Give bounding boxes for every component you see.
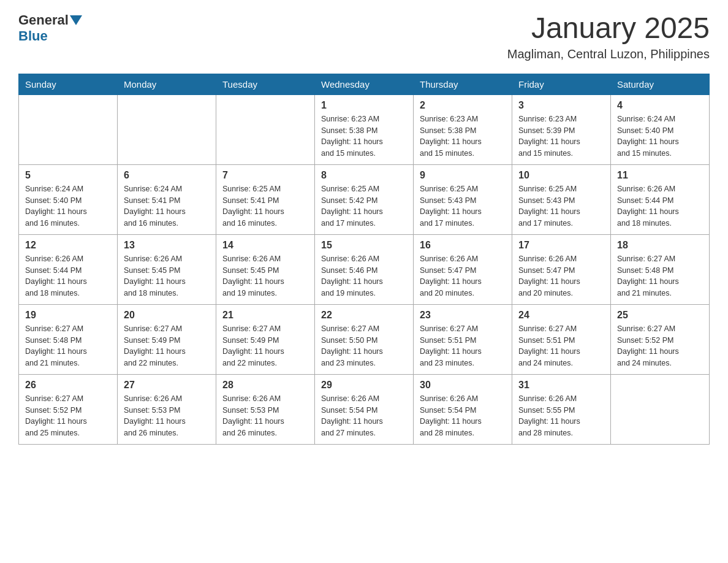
day-number: 20: [124, 310, 210, 321]
calendar-cell: 22Sunrise: 6:27 AMSunset: 5:50 PMDayligh…: [315, 304, 414, 374]
calendar-cell: 19Sunrise: 6:27 AMSunset: 5:48 PMDayligh…: [19, 304, 118, 374]
calendar-cell: 15Sunrise: 6:26 AMSunset: 5:46 PMDayligh…: [315, 234, 414, 304]
weekday-header-tuesday: Tuesday: [216, 74, 315, 94]
day-number: 21: [222, 310, 308, 321]
day-number: 23: [420, 310, 506, 321]
page-header: General Blue January 2025 Magliman, Cent…: [18, 12, 710, 61]
day-number: 31: [518, 380, 604, 391]
location-title: Magliman, Central Luzon, Philippines: [507, 47, 710, 61]
day-info: Sunrise: 6:27 AMSunset: 5:48 PMDaylight:…: [617, 253, 703, 299]
weekday-header-saturday: Saturday: [611, 74, 710, 94]
day-info: Sunrise: 6:26 AMSunset: 5:54 PMDaylight:…: [321, 393, 407, 439]
day-number: 6: [124, 170, 210, 181]
calendar-cell: 21Sunrise: 6:27 AMSunset: 5:49 PMDayligh…: [216, 304, 315, 374]
day-info: Sunrise: 6:26 AMSunset: 5:44 PMDaylight:…: [25, 253, 111, 299]
day-info: Sunrise: 6:27 AMSunset: 5:51 PMDaylight:…: [420, 323, 506, 369]
day-number: 29: [321, 380, 407, 391]
day-number: 27: [124, 380, 210, 391]
calendar-week-row: 26Sunrise: 6:27 AMSunset: 5:52 PMDayligh…: [19, 374, 710, 444]
logo-general-text: General: [18, 12, 69, 28]
calendar-cell: [19, 94, 118, 164]
calendar-cell: 3Sunrise: 6:23 AMSunset: 5:39 PMDaylight…: [512, 94, 611, 164]
calendar-cell: 16Sunrise: 6:26 AMSunset: 5:47 PMDayligh…: [414, 234, 512, 304]
day-info: Sunrise: 6:26 AMSunset: 5:44 PMDaylight:…: [617, 183, 703, 229]
calendar-cell: [216, 94, 315, 164]
day-info: Sunrise: 6:26 AMSunset: 5:46 PMDaylight:…: [321, 253, 407, 299]
calendar-cell: 30Sunrise: 6:26 AMSunset: 5:54 PMDayligh…: [414, 374, 512, 444]
weekday-header-wednesday: Wednesday: [315, 74, 414, 94]
day-number: 1: [321, 100, 407, 111]
day-number: 11: [617, 170, 703, 181]
weekday-header-monday: Monday: [118, 74, 216, 94]
calendar-week-row: 19Sunrise: 6:27 AMSunset: 5:48 PMDayligh…: [19, 304, 710, 374]
calendar-cell: [611, 374, 710, 444]
weekday-header-sunday: Sunday: [19, 74, 118, 94]
day-number: 17: [518, 240, 604, 251]
day-info: Sunrise: 6:27 AMSunset: 5:52 PMDaylight:…: [25, 393, 111, 439]
month-title: January 2025: [507, 12, 710, 45]
day-info: Sunrise: 6:27 AMSunset: 5:48 PMDaylight:…: [25, 323, 111, 369]
logo: General Blue: [18, 12, 83, 44]
day-info: Sunrise: 6:25 AMSunset: 5:43 PMDaylight:…: [420, 183, 506, 229]
calendar-cell: 7Sunrise: 6:25 AMSunset: 5:41 PMDaylight…: [216, 164, 315, 234]
calendar-cell: 24Sunrise: 6:27 AMSunset: 5:51 PMDayligh…: [512, 304, 611, 374]
day-number: 7: [222, 170, 308, 181]
calendar-cell: 6Sunrise: 6:24 AMSunset: 5:41 PMDaylight…: [118, 164, 216, 234]
day-number: 22: [321, 310, 407, 321]
day-number: 14: [222, 240, 308, 251]
calendar-cell: 2Sunrise: 6:23 AMSunset: 5:38 PMDaylight…: [414, 94, 512, 164]
calendar-cell: 17Sunrise: 6:26 AMSunset: 5:47 PMDayligh…: [512, 234, 611, 304]
day-number: 18: [617, 240, 703, 251]
day-info: Sunrise: 6:24 AMSunset: 5:40 PMDaylight:…: [25, 183, 111, 229]
day-number: 26: [25, 380, 111, 391]
day-number: 30: [420, 380, 506, 391]
day-info: Sunrise: 6:26 AMSunset: 5:47 PMDaylight:…: [518, 253, 604, 299]
day-number: 9: [420, 170, 506, 181]
calendar-cell: [118, 94, 216, 164]
day-number: 13: [124, 240, 210, 251]
calendar-cell: 25Sunrise: 6:27 AMSunset: 5:52 PMDayligh…: [611, 304, 710, 374]
day-info: Sunrise: 6:27 AMSunset: 5:49 PMDaylight:…: [124, 323, 210, 369]
day-info: Sunrise: 6:27 AMSunset: 5:51 PMDaylight:…: [518, 323, 604, 369]
calendar-cell: 27Sunrise: 6:26 AMSunset: 5:53 PMDayligh…: [118, 374, 216, 444]
calendar-cell: 23Sunrise: 6:27 AMSunset: 5:51 PMDayligh…: [414, 304, 512, 374]
calendar-week-row: 12Sunrise: 6:26 AMSunset: 5:44 PMDayligh…: [19, 234, 710, 304]
day-info: Sunrise: 6:26 AMSunset: 5:45 PMDaylight:…: [124, 253, 210, 299]
day-number: 25: [617, 310, 703, 321]
title-section: January 2025 Magliman, Central Luzon, Ph…: [507, 12, 710, 61]
day-info: Sunrise: 6:25 AMSunset: 5:41 PMDaylight:…: [222, 183, 308, 229]
day-number: 4: [617, 100, 703, 111]
day-info: Sunrise: 6:24 AMSunset: 5:41 PMDaylight:…: [124, 183, 210, 229]
day-number: 28: [222, 380, 308, 391]
day-info: Sunrise: 6:23 AMSunset: 5:38 PMDaylight:…: [420, 113, 506, 159]
day-info: Sunrise: 6:27 AMSunset: 5:50 PMDaylight:…: [321, 323, 407, 369]
day-number: 19: [25, 310, 111, 321]
day-number: 10: [518, 170, 604, 181]
calendar-cell: 13Sunrise: 6:26 AMSunset: 5:45 PMDayligh…: [118, 234, 216, 304]
day-info: Sunrise: 6:26 AMSunset: 5:55 PMDaylight:…: [518, 393, 604, 439]
day-info: Sunrise: 6:26 AMSunset: 5:53 PMDaylight:…: [222, 393, 308, 439]
day-info: Sunrise: 6:25 AMSunset: 5:43 PMDaylight:…: [518, 183, 604, 229]
calendar-cell: 10Sunrise: 6:25 AMSunset: 5:43 PMDayligh…: [512, 164, 611, 234]
calendar-table: SundayMondayTuesdayWednesdayThursdayFrid…: [18, 74, 710, 445]
logo-blue-text: Blue: [18, 28, 48, 44]
calendar-cell: 11Sunrise: 6:26 AMSunset: 5:44 PMDayligh…: [611, 164, 710, 234]
day-info: Sunrise: 6:26 AMSunset: 5:54 PMDaylight:…: [420, 393, 506, 439]
day-info: Sunrise: 6:27 AMSunset: 5:52 PMDaylight:…: [617, 323, 703, 369]
calendar-cell: 5Sunrise: 6:24 AMSunset: 5:40 PMDaylight…: [19, 164, 118, 234]
logo-triangle-icon: [70, 15, 82, 25]
day-number: 2: [420, 100, 506, 111]
day-info: Sunrise: 6:24 AMSunset: 5:40 PMDaylight:…: [617, 113, 703, 159]
day-info: Sunrise: 6:23 AMSunset: 5:39 PMDaylight:…: [518, 113, 604, 159]
day-info: Sunrise: 6:25 AMSunset: 5:42 PMDaylight:…: [321, 183, 407, 229]
day-info: Sunrise: 6:26 AMSunset: 5:45 PMDaylight:…: [222, 253, 308, 299]
day-info: Sunrise: 6:26 AMSunset: 5:53 PMDaylight:…: [124, 393, 210, 439]
weekday-header-row: SundayMondayTuesdayWednesdayThursdayFrid…: [19, 74, 710, 94]
day-number: 12: [25, 240, 111, 251]
day-number: 3: [518, 100, 604, 111]
calendar-cell: 9Sunrise: 6:25 AMSunset: 5:43 PMDaylight…: [414, 164, 512, 234]
calendar-cell: 26Sunrise: 6:27 AMSunset: 5:52 PMDayligh…: [19, 374, 118, 444]
calendar-cell: 18Sunrise: 6:27 AMSunset: 5:48 PMDayligh…: [611, 234, 710, 304]
calendar-cell: 14Sunrise: 6:26 AMSunset: 5:45 PMDayligh…: [216, 234, 315, 304]
calendar-week-row: 5Sunrise: 6:24 AMSunset: 5:40 PMDaylight…: [19, 164, 710, 234]
